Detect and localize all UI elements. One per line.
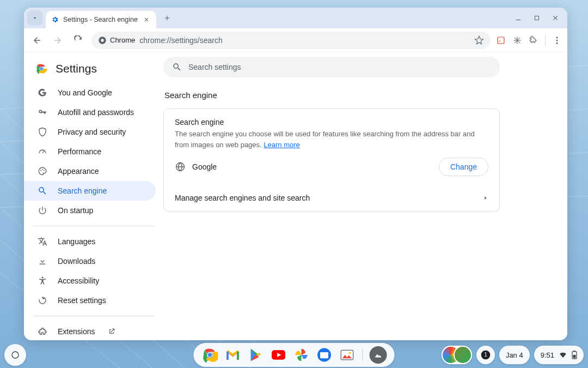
app-chrome[interactable] xyxy=(201,346,219,364)
sidebar-item-downloads[interactable]: Downloads xyxy=(24,251,156,271)
chrome-icon xyxy=(98,36,107,45)
sidebar-item-accessibility[interactable]: Accessibility xyxy=(24,271,156,291)
sidebar-item-on-startup[interactable]: On startup xyxy=(24,201,156,220)
change-button[interactable]: Change xyxy=(439,158,488,176)
battery-icon xyxy=(572,351,577,359)
sidebar-item-autofill[interactable]: Autofill and passwords xyxy=(24,102,156,122)
globe-icon xyxy=(175,161,186,172)
browser-menu-button[interactable] xyxy=(552,35,562,45)
url-text: chrome://settings/search xyxy=(139,36,223,45)
reload-button[interactable] xyxy=(71,33,86,48)
extension-icon-2[interactable] xyxy=(512,35,522,45)
accessibility-icon xyxy=(37,275,48,286)
settings-sidebar: Settings You and Google Autofill and pas… xyxy=(24,52,163,340)
learn-more-link[interactable]: Learn more xyxy=(264,141,299,149)
app-gmail[interactable] xyxy=(224,346,242,364)
tabs-dropdown-button[interactable] xyxy=(27,10,42,26)
svg-rect-49 xyxy=(573,351,575,352)
key-icon xyxy=(37,107,48,118)
tab-bar: Settings - Search engine xyxy=(24,8,567,28)
wifi-icon xyxy=(559,351,567,359)
sidebar-item-search-engine[interactable]: Search engine xyxy=(24,181,156,201)
sidebar-item-label: Appearance xyxy=(58,167,99,176)
sidebar-item-appearance[interactable]: Appearance xyxy=(24,161,156,181)
sidebar-item-privacy[interactable]: Privacy and security xyxy=(24,122,156,142)
external-link-icon xyxy=(108,328,115,335)
app-photos[interactable] xyxy=(293,346,310,364)
chromeos-shelf: 1 Jan 4 9:51 xyxy=(0,342,588,368)
forward-button[interactable] xyxy=(50,33,65,48)
svg-point-28 xyxy=(44,170,45,171)
bookmark-star-icon[interactable] xyxy=(474,35,484,45)
sidebar-item-label: Languages xyxy=(58,237,95,246)
sidebar-item-label: Performance xyxy=(58,147,101,156)
svg-point-33 xyxy=(12,352,19,358)
launcher-button[interactable] xyxy=(4,344,26,366)
back-button[interactable] xyxy=(29,33,45,48)
minimize-button[interactable] xyxy=(514,14,523,22)
shelf-date: Jan 4 xyxy=(506,351,523,359)
svg-point-45 xyxy=(349,352,351,354)
svg-point-22 xyxy=(556,42,558,44)
manage-label: Manage search engines and site search xyxy=(175,194,310,202)
app-gallery[interactable] xyxy=(339,346,356,364)
current-engine-row: Google Change xyxy=(175,158,488,176)
shelf-time: 9:51 xyxy=(541,351,554,359)
sidebar-item-label: You and Google xyxy=(58,88,112,97)
svg-rect-38 xyxy=(226,352,229,360)
current-engine-name: Google xyxy=(192,162,217,171)
app-files[interactable] xyxy=(316,346,333,364)
site-chip: Chrome xyxy=(98,36,135,45)
sidebar-item-reset[interactable]: Reset settings xyxy=(24,291,156,310)
maximize-button[interactable] xyxy=(532,14,541,22)
status-tray[interactable]: 9:51 xyxy=(534,346,584,364)
sidebar-item-label: Downloads xyxy=(58,257,95,266)
extensions-puzzle-icon[interactable] xyxy=(529,35,538,45)
svg-rect-10 xyxy=(516,20,520,20)
chevron-right-icon xyxy=(483,195,488,201)
address-bar[interactable]: Chrome chrome://settings/search xyxy=(91,32,491,49)
manage-search-engines-row[interactable]: Manage search engines and site search xyxy=(164,185,499,211)
extension-icon-1[interactable] xyxy=(496,35,506,45)
svg-rect-50 xyxy=(573,355,576,358)
svg-point-29 xyxy=(42,277,44,279)
sidebar-item-extensions[interactable]: Extensions xyxy=(24,322,156,340)
sidebar-item-performance[interactable]: Performance xyxy=(24,142,156,161)
notification-count[interactable]: 1 xyxy=(476,346,495,364)
shelf-status-area: 1 Jan 4 9:51 xyxy=(442,346,584,364)
close-tab-button[interactable] xyxy=(142,15,151,24)
sidebar-separator xyxy=(33,316,155,316)
account-switcher[interactable] xyxy=(442,346,472,364)
section-title: Search engine xyxy=(164,91,535,100)
settings-content: Settings You and Google Autofill and pas… xyxy=(24,52,567,340)
card-desc-text: The search engine you choose will be use… xyxy=(175,130,475,149)
shelf-separator xyxy=(363,349,363,361)
card-section-engine: Search engine The search engine you choo… xyxy=(164,109,499,185)
sidebar-item-you-and-google[interactable]: You and Google xyxy=(24,83,156,102)
app-play-store[interactable] xyxy=(247,346,265,364)
svg-rect-39 xyxy=(237,352,239,360)
app-pinned[interactable] xyxy=(370,346,387,364)
new-tab-button[interactable] xyxy=(160,10,175,26)
svg-point-13 xyxy=(101,39,103,41)
browser-toolbar: Chrome chrome://settings/search xyxy=(24,28,567,52)
browser-window: Settings - Search engine Chrome chrom xyxy=(24,8,567,340)
svg-rect-14 xyxy=(498,37,504,44)
app-youtube[interactable] xyxy=(270,346,287,364)
google-g-icon xyxy=(37,87,48,98)
svg-rect-43 xyxy=(320,352,324,354)
download-icon xyxy=(37,256,48,267)
browser-tab[interactable]: Settings - Search engine xyxy=(46,11,156,28)
svg-point-25 xyxy=(40,67,43,70)
card-description: The search engine you choose will be use… xyxy=(175,129,488,150)
close-window-button[interactable] xyxy=(551,14,560,22)
date-pill[interactable]: Jan 4 xyxy=(499,346,530,364)
search-engine-card: Search engine The search engine you choo… xyxy=(163,108,500,212)
svg-rect-11 xyxy=(535,16,539,20)
search-settings-input[interactable]: Search settings xyxy=(163,57,500,77)
sidebar-item-languages[interactable]: Languages xyxy=(24,232,156,251)
settings-header: Settings xyxy=(24,59,163,83)
sidebar-item-label: Autofill and passwords xyxy=(58,108,134,117)
toolbar-actions xyxy=(496,35,562,46)
svg-point-36 xyxy=(207,353,212,358)
